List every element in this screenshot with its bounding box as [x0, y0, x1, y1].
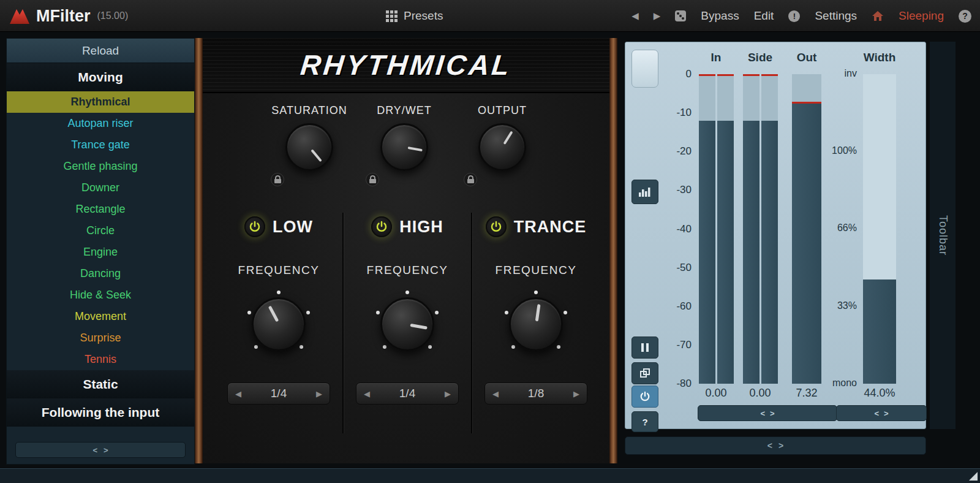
- home-icon[interactable]: [872, 10, 884, 21]
- app-name: MFilter: [36, 7, 91, 26]
- rate-selector[interactable]: ◀ 1/4 ▶: [356, 382, 459, 405]
- frequency-label: FREQUENCY: [238, 264, 320, 277]
- selector-next-arrow[interactable]: ▶: [445, 389, 451, 398]
- band-label: LOW: [273, 218, 313, 237]
- edit-button[interactable]: Edit: [754, 9, 774, 23]
- preset-item[interactable]: Autopan riser: [7, 113, 194, 134]
- power-icon: [639, 391, 650, 402]
- lock-icon[interactable]: [271, 173, 284, 186]
- settings-button[interactable]: Settings: [815, 9, 857, 23]
- frequency-label: FREQUENCY: [367, 264, 448, 277]
- device-panel: RHYTHMICAL SATURATION DRY/WET OUTPUT: [195, 38, 617, 463]
- meter-header-in: In: [698, 51, 734, 64]
- presets-button[interactable]: Presets: [386, 0, 443, 32]
- preset-item[interactable]: Circle: [7, 220, 194, 242]
- preset-item[interactable]: Gentle phasing: [7, 156, 194, 177]
- band-low: LOW FREQUENCY ◀ 1/4 ▶: [214, 216, 343, 405]
- rate-value[interactable]: 1/8: [528, 387, 544, 400]
- saturation-knob-group: SATURATION: [263, 104, 355, 196]
- overlapping-squares-icon: [639, 368, 650, 379]
- power-icon: [249, 221, 261, 233]
- drywet-knob-group: DRY/WET: [358, 104, 450, 196]
- randomize-dice-icon[interactable]: [675, 10, 686, 21]
- preset-section-static[interactable]: Static: [7, 370, 194, 398]
- band-label: HIGH: [399, 218, 443, 237]
- selector-prev-arrow[interactable]: ◀: [492, 389, 499, 398]
- meter-header-width: Width: [861, 51, 899, 64]
- help-icon[interactable]: ?: [959, 10, 971, 23]
- preset-item[interactable]: Engine: [7, 242, 194, 263]
- melda-logo-icon: [9, 7, 31, 25]
- bypass-button[interactable]: Bypass: [701, 9, 739, 23]
- rate-selector[interactable]: ◀ 1/4 ▶: [227, 382, 330, 405]
- meter-value-width: 44.0%: [861, 387, 899, 400]
- bottom-scrollbar[interactable]: < >: [625, 436, 926, 455]
- db-scale: 0 -10 -20 -30 -40 -50 -60 -70 -80: [661, 42, 692, 428]
- db-label: -10: [661, 107, 692, 119]
- meter-bar-in-left: [699, 74, 715, 384]
- meter-value-out: 7.32: [791, 387, 823, 400]
- preset-item[interactable]: Downer: [7, 177, 194, 199]
- copy-button[interactable]: [631, 362, 658, 384]
- preset-section-following[interactable]: Following the input: [7, 398, 194, 427]
- device-title-band: RHYTHMICAL: [203, 38, 609, 93]
- lock-icon[interactable]: [464, 173, 477, 186]
- preset-item[interactable]: Hide & Seek: [7, 284, 194, 306]
- help-button[interactable]: ?: [631, 411, 658, 432]
- power-button[interactable]: [371, 216, 392, 237]
- selector-next-arrow[interactable]: ▶: [316, 389, 322, 398]
- meter-bar-side-right: [761, 74, 778, 384]
- frequency-knob[interactable]: [374, 291, 441, 358]
- redo-button[interactable]: ▶: [654, 10, 661, 21]
- power-button[interactable]: [486, 216, 507, 237]
- rate-value[interactable]: 1/4: [399, 387, 415, 400]
- power-icon: [375, 221, 388, 233]
- frequency-knob[interactable]: [245, 291, 312, 358]
- reload-button[interactable]: Reload: [7, 39, 194, 63]
- saturation-knob[interactable]: [285, 123, 333, 171]
- rate-value[interactable]: 1/4: [271, 387, 287, 400]
- db-label: -80: [661, 378, 692, 390]
- scroll-right-glyph: >: [770, 409, 775, 418]
- meter-view-scrollbar[interactable]: [631, 50, 658, 88]
- resize-grip[interactable]: [969, 472, 978, 481]
- lock-icon[interactable]: [366, 173, 379, 186]
- width-scale-label: inv: [827, 68, 857, 79]
- width-scale: inv 100% 66% 33% mono: [827, 42, 857, 428]
- wood-trim-right: [609, 38, 617, 463]
- width-h-scrollbar[interactable]: < >: [836, 405, 927, 421]
- output-knob[interactable]: [478, 123, 526, 171]
- preset-item[interactable]: Surprise: [7, 327, 194, 349]
- analyzer-button[interactable]: [631, 180, 658, 204]
- meters-power-button[interactable]: [631, 386, 658, 408]
- preset-item[interactable]: Dancing: [7, 263, 194, 284]
- preset-item-selected[interactable]: Rhythmical: [7, 91, 194, 113]
- toolbar-toggle[interactable]: Toolbar: [930, 42, 956, 429]
- output-knob-group: OUTPUT: [456, 104, 548, 196]
- preset-item[interactable]: Rectangle: [7, 199, 194, 220]
- db-label: -20: [661, 145, 692, 158]
- preset-section-moving[interactable]: Moving: [7, 63, 194, 91]
- pause-button[interactable]: [631, 337, 658, 359]
- selector-prev-arrow[interactable]: ◀: [364, 389, 370, 398]
- width-scale-label: mono: [827, 378, 857, 389]
- frequency-knob[interactable]: [502, 291, 570, 358]
- db-label: -30: [661, 184, 692, 196]
- window-bottom-edge: [0, 468, 980, 483]
- preset-item[interactable]: Tennis: [7, 349, 194, 370]
- power-button[interactable]: [244, 216, 265, 237]
- rate-selector[interactable]: ◀ 1/8 ▶: [484, 382, 587, 405]
- selector-next-arrow[interactable]: ▶: [573, 389, 579, 398]
- drywet-knob[interactable]: [380, 123, 428, 171]
- meters-h-scrollbar[interactable]: < >: [698, 405, 837, 421]
- preset-item[interactable]: Trance gate: [7, 134, 194, 156]
- sidebar-scrollbar[interactable]: < >: [15, 442, 186, 458]
- selector-prev-arrow[interactable]: ◀: [235, 389, 241, 398]
- alert-icon[interactable]: !: [788, 10, 800, 22]
- meter-bar-in-right: [717, 74, 734, 384]
- meter-value-in: 0.00: [698, 387, 734, 400]
- undo-button[interactable]: ◀: [631, 10, 639, 21]
- meter-bar-side-left: [743, 74, 760, 384]
- preset-item[interactable]: Movement: [7, 306, 194, 327]
- sleeping-button[interactable]: Sleeping: [899, 9, 944, 23]
